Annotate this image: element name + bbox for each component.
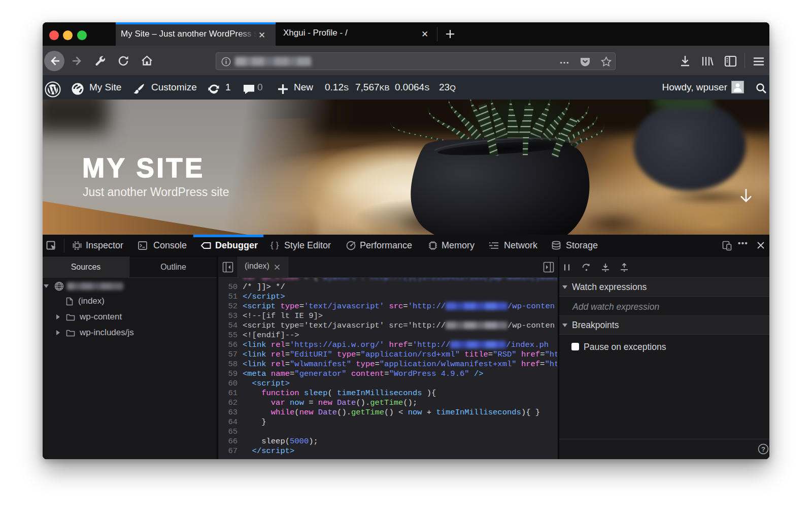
svg-text:?: ? xyxy=(761,445,765,453)
